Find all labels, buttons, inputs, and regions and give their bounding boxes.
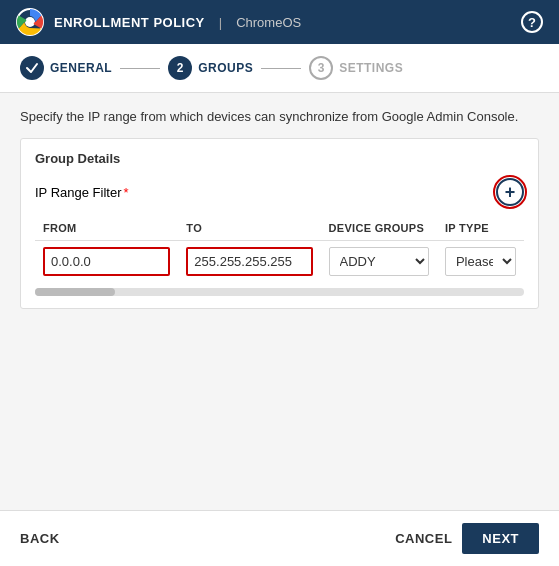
header-subtitle: ChromeOS bbox=[236, 15, 301, 30]
ip-range-header: IP Range Filter* + bbox=[35, 178, 524, 206]
card-title: Group Details bbox=[35, 151, 524, 166]
header: ENROLLMENT POLICY | ChromeOS ? bbox=[0, 0, 559, 44]
step-groups-circle: 2 bbox=[168, 56, 192, 80]
table-header-row: FROM TO DEVICE GROUPS IP TYPE bbox=[35, 216, 524, 241]
device-groups-select[interactable]: ADDY bbox=[329, 247, 429, 276]
next-button[interactable]: NEXT bbox=[462, 523, 539, 554]
step-connector-2 bbox=[261, 68, 301, 69]
header-title: ENROLLMENT POLICY bbox=[54, 15, 205, 30]
footer: BACK CANCEL NEXT bbox=[0, 510, 559, 566]
checkmark-icon bbox=[25, 61, 39, 75]
table-header: FROM TO DEVICE GROUPS IP TYPE bbox=[35, 216, 524, 241]
step-settings-circle: 3 bbox=[309, 56, 333, 80]
stepper: GENERAL 2 GROUPS 3 SETTINGS bbox=[0, 44, 559, 93]
add-ip-range-button[interactable]: + bbox=[496, 178, 524, 206]
header-left: ENROLLMENT POLICY | ChromeOS bbox=[16, 8, 301, 36]
table-body: ADDY Please S bbox=[35, 241, 524, 283]
device-groups-cell: ADDY bbox=[321, 241, 437, 283]
page-description: Specify the IP range from which devices … bbox=[20, 109, 539, 124]
to-input[interactable] bbox=[186, 247, 312, 276]
horizontal-scrollbar[interactable] bbox=[35, 288, 524, 296]
from-cell bbox=[35, 241, 178, 283]
col-header-from: FROM bbox=[35, 216, 178, 241]
step-groups-label: GROUPS bbox=[198, 61, 253, 75]
table-row: ADDY Please S bbox=[35, 241, 524, 283]
col-header-ip-type: IP TYPE bbox=[437, 216, 524, 241]
required-star: * bbox=[123, 185, 128, 200]
footer-right: CANCEL NEXT bbox=[395, 523, 539, 554]
scrollbar-thumb bbox=[35, 288, 115, 296]
col-header-device-groups: DEVICE GROUPS bbox=[321, 216, 437, 241]
step-general: GENERAL bbox=[20, 56, 112, 80]
step-general-circle bbox=[20, 56, 44, 80]
svg-point-2 bbox=[26, 18, 34, 26]
step-settings: 3 SETTINGS bbox=[309, 56, 403, 80]
group-details-card: Group Details IP Range Filter* + FROM TO… bbox=[20, 138, 539, 309]
cancel-button[interactable]: CANCEL bbox=[395, 531, 452, 546]
header-separator: | bbox=[219, 15, 222, 30]
from-input[interactable] bbox=[43, 247, 170, 276]
step-groups: 2 GROUPS bbox=[168, 56, 253, 80]
content-area: Specify the IP range from which devices … bbox=[0, 93, 559, 510]
step-settings-label: SETTINGS bbox=[339, 61, 403, 75]
help-icon[interactable]: ? bbox=[521, 11, 543, 33]
ip-type-cell: Please S bbox=[437, 241, 524, 283]
ip-type-select[interactable]: Please S bbox=[445, 247, 516, 276]
step-general-label: GENERAL bbox=[50, 61, 112, 75]
ip-range-table-container: FROM TO DEVICE GROUPS IP TYPE bbox=[35, 216, 524, 282]
to-cell bbox=[178, 241, 320, 283]
back-button[interactable]: BACK bbox=[20, 531, 60, 546]
chromeos-logo-icon bbox=[16, 8, 44, 36]
ip-range-label: IP Range Filter* bbox=[35, 185, 129, 200]
step-connector-1 bbox=[120, 68, 160, 69]
ip-range-table: FROM TO DEVICE GROUPS IP TYPE bbox=[35, 216, 524, 282]
col-header-to: TO bbox=[178, 216, 320, 241]
